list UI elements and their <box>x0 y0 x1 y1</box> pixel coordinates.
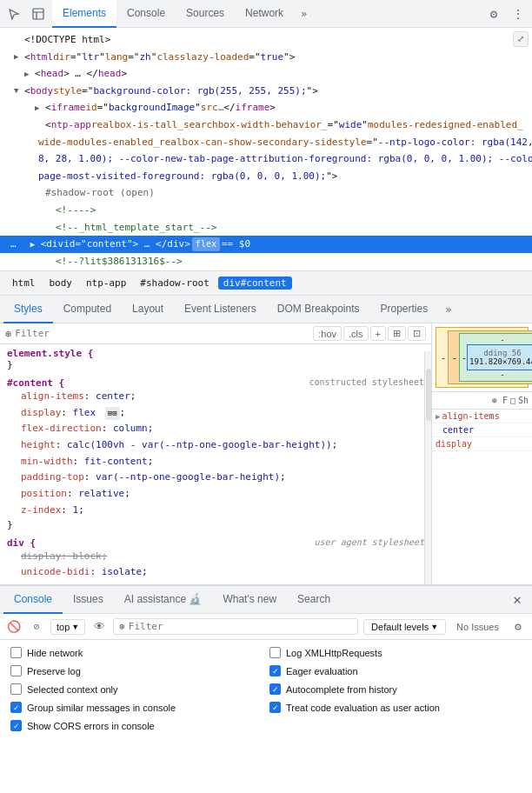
breadcrumb-ntpapp[interactable]: ntp-app <box>81 277 131 290</box>
dom-line-head[interactable]: ▶ <head> … </head> <box>0 65 532 83</box>
cors-errors-checkbox[interactable] <box>10 720 22 731</box>
autocomplete-checkbox[interactable] <box>269 683 281 695</box>
expand-icon[interactable]: ▼ <box>14 84 24 97</box>
option-treat-code-eval[interactable]: Treat code evaluation as user action <box>266 698 525 716</box>
expand-icon[interactable]: ▶ <box>35 102 45 114</box>
more-options-icon[interactable]: ⋮ <box>508 3 529 24</box>
cls-button[interactable]: .cls <box>343 326 369 341</box>
tab-network[interactable]: Network <box>235 0 294 28</box>
hov-button[interactable]: :hov <box>313 326 342 341</box>
tab-sources[interactable]: Sources <box>176 0 235 28</box>
css-prop-display-ua[interactable]: display: block; <box>7 549 424 565</box>
css-prop-padding-top[interactable]: padding-top: var(--ntp-one-google-bar-he… <box>7 470 424 486</box>
dom-line-ntpapp[interactable]: <ntp-app realbox-is-tall_ searchbox-widt… <box>0 117 532 134</box>
styles-scrollbar[interactable] <box>424 351 431 584</box>
dom-line-content[interactable]: … ▶ <div id="content" > … </div> flex ==… <box>0 236 532 253</box>
option-preserve-log[interactable]: Preserve log <box>7 662 266 680</box>
console-tab-issues[interactable]: Issues <box>63 586 114 614</box>
dom-line-doctype[interactable]: <!DOCTYPE html> <box>0 31 532 49</box>
option-log-xml[interactable]: Log XMLHttpRequests <box>266 643 525 662</box>
hide-network-checkbox[interactable] <box>10 647 22 658</box>
context-selector[interactable]: top ▼ <box>50 619 85 635</box>
css-prop-height[interactable]: height: calc(100vh - var(--ntp-one-googl… <box>7 437 424 454</box>
console-filter-input[interactable] <box>129 621 352 632</box>
tab-console[interactable]: Console <box>116 0 176 28</box>
filter-input[interactable] <box>15 328 309 339</box>
filter-sh-icon[interactable]: Sh <box>518 396 529 405</box>
tab-elements[interactable]: Elements <box>52 0 116 28</box>
flex-grid-badge[interactable]: ⊞⊞ <box>105 407 120 420</box>
preserve-log-checkbox[interactable] <box>10 665 22 676</box>
dom-line-comment1[interactable]: <!----> <box>0 202 532 219</box>
copy-button[interactable]: ⊡ <box>408 326 426 341</box>
cors-errors-label: Show CORS errors in console <box>27 721 155 731</box>
styles-main: ⊛ :hov .cls + ⊞ ⊡ element.style { } #con… <box>0 323 432 584</box>
scrollbar-thumb[interactable] <box>426 369 431 421</box>
console-tab-search[interactable]: Search <box>287 586 341 614</box>
console-settings-button[interactable]: ⚙ <box>509 618 527 636</box>
css-prop-display[interactable]: display: flex ⊞⊞; <box>7 405 424 422</box>
css-prop-flex-direction[interactable]: flex-direction: column; <box>7 421 424 437</box>
tab-layout[interactable]: Layout <box>122 296 174 323</box>
close-console-button[interactable]: ✕ <box>506 591 529 608</box>
expand-icon[interactable]: ▶ <box>24 68 35 80</box>
eye-icon[interactable]: 👁 <box>90 618 108 636</box>
tab-styles[interactable]: Styles <box>3 296 53 323</box>
settings-icon[interactable]: ⚙ <box>483 3 504 24</box>
filter-sq-icon[interactable]: □ <box>510 396 515 405</box>
dimensions-label: dding 56 <box>483 349 521 357</box>
expand-icon[interactable]: ▶ <box>14 50 24 63</box>
css-prop-z-index[interactable]: z-index: 1; <box>7 503 424 519</box>
breadcrumb-html[interactable]: html <box>7 277 41 290</box>
dom-line-shadow[interactable]: #shadow-root (open) <box>0 184 532 202</box>
log-xml-checkbox[interactable] <box>269 647 281 658</box>
breadcrumb-body[interactable]: body <box>44 277 78 290</box>
option-hide-network[interactable]: Hide network <box>7 643 266 662</box>
dom-line-comment3[interactable]: <!--?lit$386131316$--> <box>0 253 532 270</box>
inspector-icon[interactable] <box>28 3 49 24</box>
console-tab-console[interactable]: Console <box>3 586 63 614</box>
css-prop-align-items[interactable]: align-items: center; <box>7 389 424 405</box>
levels-selector[interactable]: Default levels ▼ <box>363 619 446 635</box>
section-tab-more[interactable]: » <box>438 303 458 316</box>
css-prop-position[interactable]: position: relative; <box>7 486 424 503</box>
new-style-button[interactable]: ⊞ <box>388 326 406 341</box>
dom-line-comment2[interactable]: <!--_html_template_start_--> <box>0 219 532 237</box>
console-tab-whatsnew[interactable]: What's new <box>212 586 287 614</box>
expand-icon[interactable]: ▶ <box>30 238 41 250</box>
selected-context-checkbox[interactable] <box>10 683 22 695</box>
console-tab-ai[interactable]: AI assistance 🔬 <box>114 586 213 614</box>
tab-more[interactable]: » <box>294 8 314 20</box>
prohibit-button[interactable]: ⊘ <box>28 618 45 636</box>
css-prop-unicode-bidi[interactable]: unicode-bidi: isolate; <box>7 564 424 577</box>
option-group-similar[interactable]: Group similar messages in console <box>7 698 266 716</box>
dom-line-body[interactable]: ▼ <body style="background-color: rgb(255… <box>0 83 532 100</box>
clear-console-button[interactable]: 🚫 <box>5 618 23 636</box>
tab-computed[interactable]: Computed <box>53 296 122 323</box>
hide-network-label: Hide network <box>27 648 83 658</box>
option-eager-eval[interactable]: Eager evaluation <box>266 662 525 680</box>
breadcrumb-shadowroot[interactable]: #shadow-root <box>135 277 214 290</box>
tab-console-label: Console <box>127 7 165 19</box>
tab-dom-breakpoints[interactable]: DOM Breakpoints <box>267 296 370 323</box>
tab-event-listeners[interactable]: Event Listeners <box>174 296 267 323</box>
add-style-button[interactable]: + <box>370 326 386 341</box>
scroll-to-node-button[interactable]: ⤢ <box>513 31 529 47</box>
eager-eval-checkbox[interactable] <box>269 665 281 676</box>
cursor-icon[interactable] <box>3 3 24 24</box>
css-selector-content[interactable]: #content { constructed stylesheet <box>7 377 424 389</box>
css-prop-min-width[interactable]: min-width: fit-content; <box>7 454 424 470</box>
treat-code-eval-checkbox[interactable] <box>269 702 281 713</box>
filter-f-icon[interactable]: ⊛ F <box>492 396 508 405</box>
option-selected-context[interactable]: Selected context only <box>7 680 266 698</box>
tab-properties[interactable]: Properties <box>370 296 439 323</box>
group-similar-checkbox[interactable] <box>10 702 22 713</box>
option-cors-errors[interactable]: Show CORS errors in console <box>7 716 266 735</box>
css-close: } <box>7 359 424 370</box>
dom-line-iframe[interactable]: ▶ <iframe id="backgroundImage" src … </i… <box>0 99 532 117</box>
option-autocomplete[interactable]: Autocomplete from history <box>266 680 525 698</box>
dom-line-html[interactable]: ▶ <html dir="ltr" lang="zh" class lazy-l… <box>0 49 532 66</box>
css-selector[interactable]: element.style { <box>7 348 424 359</box>
css-selector-div[interactable]: div { user agent stylesheet <box>7 537 424 549</box>
breadcrumb-divcontent[interactable]: div#content <box>218 277 292 290</box>
